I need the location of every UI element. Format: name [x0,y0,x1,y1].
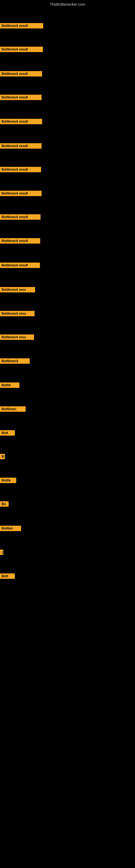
bottleneck-bar-20: Bottle [0,478,16,483]
bottleneck-bar-14: Bottleneck resu [0,335,34,340]
bottleneck-bar-11: Bottleneck result [0,262,40,268]
bottleneck-bar-23: | [0,550,3,555]
bottleneck-bar-9: Bottleneck result [0,214,41,220]
bottleneck-bar-24: Bott [0,574,15,579]
bottleneck-bar-2: Bottleneck result [0,46,43,52]
bottleneck-bar-13: Bottleneck resu [0,311,35,316]
bottleneck-bar-6: Bottleneck result [0,143,42,149]
bottleneck-bar-3: Bottleneck result [0,71,42,76]
bottleneck-bar-5: Bottleneck result [0,119,42,124]
bottleneck-bar-19: B [0,454,5,459]
bottleneck-bar-16: Bottle [0,382,19,388]
bottleneck-bar-8: Bottleneck result [0,191,42,196]
bottleneck-bar-7: Bottleneck result [0,167,41,172]
bottleneck-bar-1: Bottleneck result [0,23,43,29]
bottleneck-bar-10: Bottleneck result [0,238,40,244]
bottleneck-bar-4: Bottleneck result [0,95,42,100]
bottleneck-bar-17: Bottlenec [0,406,26,412]
bottleneck-bar-12: Bottleneck resu [0,287,35,292]
bottleneck-bar-22: Bottlen [0,526,21,531]
bottleneck-bar-21: Bo [0,501,9,507]
bottleneck-bar-15: Bottleneck [0,358,30,364]
bottleneck-bar-18: Bott [0,430,15,436]
site-title: TheBottlenecker.com [0,0,135,8]
